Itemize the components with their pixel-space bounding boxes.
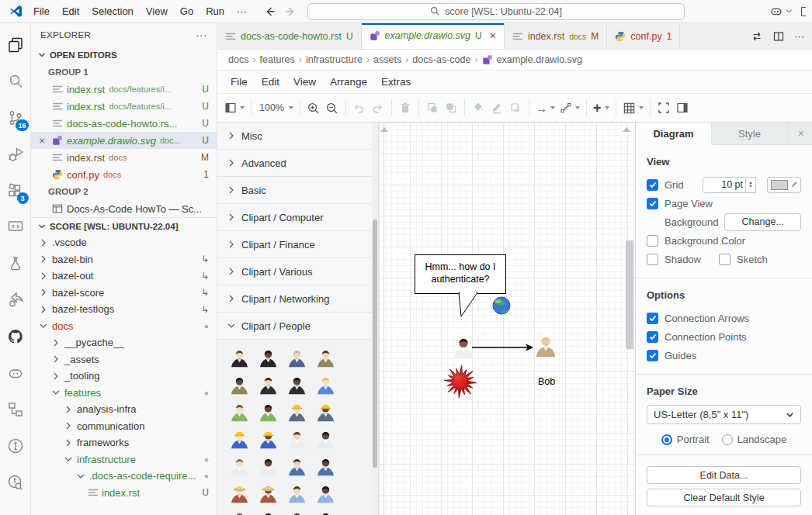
redo-icon[interactable] [369,98,387,118]
zoom-in-icon[interactable] [304,98,323,118]
person-shape[interactable] [315,429,336,450]
format-panel-toggle-icon[interactable] [673,98,692,118]
tab-close-icon[interactable]: × [490,29,496,42]
explorer-icon[interactable] [0,26,31,63]
tree-item-analysis-infra[interactable]: analysis-infra [31,401,217,418]
undo-icon[interactable] [350,98,369,118]
tab-diagram[interactable]: Diagram [636,123,712,145]
person-shape[interactable] [229,510,250,515]
tab-index.rst[interactable]: index.rstdocsM [505,23,607,49]
tree-item-index-rst[interactable]: index.rstU [31,485,217,502]
tree-item-features[interactable]: features● [31,385,217,402]
run-debug-icon[interactable] [0,136,31,172]
person-shape[interactable] [315,456,336,477]
sketch-checkbox[interactable] [719,254,730,265]
tree-item--vscode[interactable]: .vscode [31,234,217,251]
open-editor-item[interactable]: docs-as-code-howto.rs...U [31,115,217,132]
layout-panel-icon[interactable] [800,5,806,18]
open-editors-header[interactable]: OPEN EDITORS [31,47,217,64]
person-shape[interactable] [286,456,307,477]
tree-item-infrastructure[interactable]: infrastructure● [31,451,217,468]
search-sidebar-icon[interactable] [0,63,31,99]
drawio-menu-file[interactable]: File [224,73,255,91]
tree-item--docs-as-code-require-[interactable]: .docs-as-code-require...● [31,468,217,485]
live-share-icon[interactable] [0,282,31,318]
guides-checkbox[interactable] [647,350,658,361]
person-shape[interactable] [229,483,250,504]
tab-example.drawio.svg[interactable]: example.drawio.svgU× [362,23,505,49]
drawio-canvas[interactable]: Hmm... how do I authenticate? Bob [379,123,635,515]
shadow-icon[interactable] [506,98,525,118]
person-shape[interactable] [258,483,279,504]
burst-shape-group[interactable] [444,365,477,398]
delete-icon[interactable] [396,98,415,118]
connector-arrow[interactable] [472,344,533,351]
gitlens-inspect-icon[interactable] [0,464,31,500]
person-shape[interactable] [315,510,336,515]
user-figure[interactable] [454,339,474,358]
open-editor-item[interactable]: conf.pydocs1 [31,166,217,183]
background-color-checkbox[interactable] [647,235,658,247]
change-background-button[interactable]: Change... [724,213,801,231]
portrait-radio[interactable] [661,434,672,445]
person-shape[interactable] [258,456,279,477]
menu-edit[interactable]: Edit [56,3,85,19]
fullscreen-icon[interactable] [654,98,673,118]
person-shape[interactable] [286,347,307,368]
person-shape[interactable] [315,347,336,368]
tree-item--assets[interactable]: _assets [31,351,217,368]
connection-arrows-checkbox[interactable] [647,313,658,324]
shapes-scrollbar[interactable] [372,123,378,515]
to-front-icon[interactable] [423,98,442,118]
breadcrumb-item[interactable]: features [260,54,295,65]
view-panels-button[interactable] [222,98,247,118]
shape-category-basic[interactable]: Basic [217,177,378,204]
person-shape[interactable] [258,510,279,515]
connection-style-dropdown[interactable]: → [533,98,557,118]
drawio-menu-extras[interactable]: Extras [374,73,418,91]
person-shape[interactable] [229,375,250,396]
menu-run[interactable]: Run [200,3,231,19]
shape-category-clipart-networking[interactable]: Clipart / Networking [217,285,378,313]
open-editor-item[interactable]: index.rstdocsM [31,149,217,166]
open-editor-item[interactable]: index.rstdocs/features/i...U [31,98,217,115]
copilot-icon[interactable] [769,5,793,19]
tree-item-communication[interactable]: communication [31,418,217,435]
person-shape[interactable] [286,375,307,396]
tab-conf.py[interactable]: conf.py1 [607,23,680,49]
person-shape[interactable] [286,429,307,450]
tree-item--tooling[interactable]: _tooling [31,368,217,385]
open-editor-item[interactable]: index.rstdocs/features/i...U [31,81,217,98]
fill-color-icon[interactable] [469,98,488,118]
open-editor-item[interactable]: ×example.drawio.svgdoc...U [31,132,217,149]
globe-icon[interactable] [493,297,510,314]
page-view-checkbox[interactable] [647,198,658,209]
breadcrumb-item[interactable]: example.drawio.svg [497,54,582,65]
testing-icon[interactable] [0,245,31,282]
tree-item-bazel-bin[interactable]: bazel-bin↳ [31,251,217,268]
edit-data-button[interactable]: Edit Data... [647,466,801,484]
person-shape[interactable] [286,402,307,423]
explorer-more-actions-icon[interactable]: ··· [196,29,207,41]
shadow-checkbox[interactable] [647,254,658,265]
split-editor-icon[interactable] [772,30,785,43]
extensions-icon[interactable]: 3 [0,172,31,209]
nav-forward-icon[interactable] [284,5,297,18]
shape-category-advanced[interactable]: Advanced [217,150,378,177]
drawio-menu-edit[interactable]: Edit [255,73,286,91]
grid-color-button[interactable] [767,177,801,193]
tree-item-frameworks[interactable]: frameworks [31,434,217,451]
shape-category-clipart-computer[interactable]: Clipart / Computer [217,204,378,231]
person-shape[interactable] [258,375,279,396]
breadcrumb-item[interactable]: assets [373,54,401,65]
drawio-menu-view[interactable]: View [286,73,323,91]
format-close-icon[interactable]: × [790,123,812,144]
grid-size-input[interactable]: 10 pt [703,177,746,193]
to-back-icon[interactable] [442,98,460,118]
person-shape[interactable] [286,483,307,504]
menu-view[interactable]: View [140,3,174,19]
gitlens-icon[interactable] [0,427,31,464]
person-shape[interactable] [229,429,250,450]
tree-item--pycache-[interactable]: __pycache__ [31,334,217,351]
line-color-icon[interactable] [488,98,506,118]
